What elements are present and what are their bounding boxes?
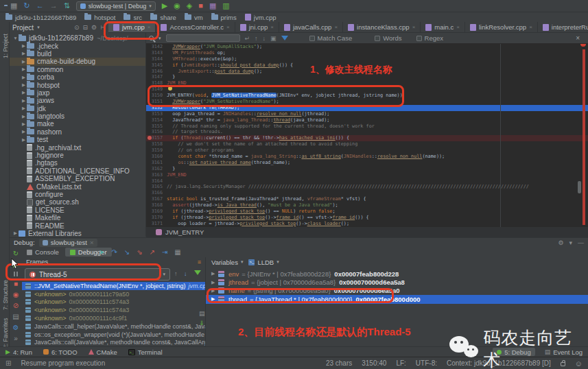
breadcrumb-item[interactable]: jvm.cpp bbox=[245, 14, 277, 21]
run-to-cursor-icon[interactable]: ⇥ bbox=[162, 248, 167, 256]
expand-arrow-icon[interactable]: ▶ bbox=[21, 98, 27, 104]
debug-session-tab[interactable]: slowbug-test × bbox=[39, 239, 97, 247]
mute-breakpoints-icon[interactable]: ⊘ bbox=[13, 302, 19, 309]
expand-arrow-icon[interactable]: ▶ bbox=[21, 90, 27, 95]
expand-arrow-icon[interactable]: ▶ bbox=[21, 67, 27, 72]
tree-item-langtools[interactable]: ▶langtools bbox=[10, 112, 145, 120]
status-position[interactable]: 3150:40 bbox=[362, 359, 386, 367]
code-line-3143[interactable]: 3143 VM_PrintThreads op; bbox=[146, 50, 588, 56]
code-line-3158[interactable]: 3158 // we don't set the name of an atta… bbox=[146, 141, 588, 147]
line-number[interactable]: 3169 bbox=[146, 209, 167, 215]
pause-icon[interactable] bbox=[14, 272, 18, 276]
tree-item-get_source.sh[interactable]: get_source.sh bbox=[10, 198, 145, 206]
code-line-3171[interactable]: 3171 oop loader = jthread->privileged_st… bbox=[146, 221, 588, 227]
close-icon[interactable]: × bbox=[90, 239, 94, 246]
select-all-matches-icon[interactable]: ▣ bbox=[270, 35, 277, 42]
tab-jvm.cpp[interactable]: jvm.cpp× bbox=[108, 22, 156, 32]
regex-checkbox[interactable]: Regex bbox=[416, 34, 443, 42]
code-line-3151[interactable]: 3151 JVMWrapper("JVM_SetNativeThreadName… bbox=[146, 99, 588, 105]
code-line-3170[interactable]: 3170 if (jthread->privileged_stack_top()… bbox=[146, 215, 588, 221]
tab-variables[interactable]: Variables ▾ bbox=[211, 259, 243, 266]
line-number[interactable]: 3151 bbox=[146, 99, 167, 105]
tree-item-corba[interactable]: ▶corba bbox=[10, 73, 145, 81]
tab-instanceKlass.cpp[interactable]: instanceKlass.cpp× bbox=[343, 22, 421, 32]
expand-arrow-icon[interactable]: ▶ bbox=[21, 51, 27, 56]
code-line-3167[interactable]: 3167static bool is_trusted_frame(JavaThr… bbox=[146, 196, 588, 202]
frame-row[interactable]: <unknown>0x0000000111c4c9f1 bbox=[22, 314, 205, 322]
locate-icon[interactable]: ⊙ bbox=[74, 24, 80, 31]
frame-row[interactable]: <unknown>0x0000000111c574a3 bbox=[22, 298, 205, 307]
stop-icon[interactable]: ■ bbox=[14, 280, 18, 287]
line-number[interactable]: 3157 bbox=[146, 135, 167, 141]
breadcrumb-item[interactable]: jdk9u-1b1226687b89 bbox=[5, 14, 76, 21]
tab-linkResolver.cpp[interactable]: linkResolver.cpp× bbox=[465, 22, 538, 32]
search-history-icon[interactable]: ▾ bbox=[158, 36, 161, 41]
rerun-icon[interactable]: ↻ bbox=[13, 250, 19, 257]
close-icon[interactable]: × bbox=[334, 24, 338, 30]
intention-bulb-icon[interactable] bbox=[168, 86, 172, 91]
view-breakpoints-icon[interactable]: ◉ bbox=[13, 291, 19, 298]
tree-item-common[interactable]: ▶common bbox=[10, 66, 145, 73]
tree-item-hotspot[interactable]: ▶hotspot bbox=[10, 81, 145, 88]
step-out-icon[interactable]: ↗ bbox=[150, 248, 155, 256]
line-number[interactable]: 3147 bbox=[146, 74, 167, 80]
line-number[interactable]: 3148 bbox=[146, 80, 167, 86]
status-line-separator[interactable]: LF: bbox=[396, 359, 405, 367]
line-number[interactable]: 3158 bbox=[146, 141, 167, 147]
tree-item-Makefile[interactable]: Makefile bbox=[10, 214, 145, 222]
close-icon[interactable]: × bbox=[270, 24, 274, 30]
hide-frames-filter-icon[interactable] bbox=[194, 270, 201, 275]
code-line-3169[interactable]: 3169 if (jthread->privileged_stack_top()… bbox=[146, 209, 588, 215]
code-line-3144[interactable]: 3144 VMThread::execute(&op); bbox=[146, 56, 588, 62]
more-icon[interactable]: » bbox=[14, 335, 18, 342]
status-encoding[interactable]: UTF-8: bbox=[416, 359, 437, 367]
sidebar-item-structure[interactable]: 7: Structure bbox=[2, 280, 9, 310]
code-line-3157[interactable]: 3157 if (Thread::current() == thr && !th… bbox=[146, 135, 588, 141]
tree-item-External Libraries[interactable]: ▶External Libraries bbox=[10, 230, 145, 237]
tree-item-.hg_archival.txt[interactable]: .hg_archival.txt bbox=[10, 143, 145, 151]
code-line-3165[interactable]: 3165// java.lang.SecurityManager ///////… bbox=[146, 184, 588, 190]
tab-jni.cpp[interactable]: jni.cpp× bbox=[235, 22, 279, 32]
prev-frame-icon[interactable]: ↑ bbox=[174, 270, 178, 277]
code-line-3160[interactable]: 3160 const char *thread_name = java_lang… bbox=[146, 154, 588, 160]
tree-item-configure[interactable]: configure bbox=[10, 191, 145, 198]
gear-icon[interactable]: ⚙ bbox=[91, 24, 97, 31]
step-into-icon[interactable]: ↘ bbox=[124, 248, 130, 256]
close-icon[interactable]: × bbox=[576, 34, 580, 42]
code-line-3150[interactable]: 3150JVM_ENTRY(void, JVM_SetNativeThreadN… bbox=[146, 93, 588, 99]
expand-arrow-icon[interactable]: ▶ bbox=[21, 75, 27, 80]
toolbar-todo[interactable]: 6: TODO bbox=[43, 348, 78, 356]
tree-item-build[interactable]: ▶build bbox=[10, 50, 145, 58]
breadcrumb-item[interactable]: hotspot bbox=[84, 14, 115, 21]
frame-row[interactable]: ::JVM_SetNativeThreadName(JNIEnv *, jobj… bbox=[22, 282, 205, 290]
expand-arrow-icon[interactable]: ▶ bbox=[12, 230, 19, 236]
code-line-3148[interactable]: 3148JVM_END bbox=[146, 80, 588, 86]
tree-item-jdk[interactable]: ▶jdk bbox=[10, 105, 145, 112]
sidebar-item-favorites[interactable]: 2: Favorites bbox=[2, 318, 9, 348]
tree-item-.hgignore[interactable]: .hgignore bbox=[10, 152, 145, 159]
expand-arrow-icon[interactable]: ▶ bbox=[211, 271, 218, 276]
tree-item-.jcheck[interactable]: ▶.jcheck bbox=[10, 42, 145, 49]
run-config-selector[interactable]: slowbug-test | Debug ▾ bbox=[76, 1, 156, 11]
line-number[interactable]: 3162 bbox=[146, 166, 167, 172]
code-line-3163[interactable]: 3163JVM_END bbox=[146, 172, 588, 178]
line-number[interactable]: 3144 bbox=[146, 56, 167, 62]
breadcrumb-item[interactable]: src bbox=[124, 14, 142, 21]
expand-arrow-icon[interactable]: ▶ bbox=[21, 129, 27, 134]
line-number[interactable]: 3152 bbox=[146, 105, 167, 111]
breadcrumb-item[interactable]: share bbox=[150, 14, 176, 21]
line-number[interactable]: 3149 bbox=[146, 86, 167, 93]
code-line-3154[interactable]: 3154 JavaThread* thr = java_lang_Thread:… bbox=[146, 117, 588, 123]
show-execution-point-icon[interactable]: ➤ bbox=[99, 248, 104, 256]
code-line-3152[interactable]: 3152 ResourceMark rm(THREAD); bbox=[146, 105, 588, 111]
editor-breadcrumb[interactable]: JVM_ENTRY bbox=[165, 228, 204, 236]
variable-row-jthread[interactable]: ▶jthread= {jobject | 0x70000d6ea5a8}0x00… bbox=[206, 278, 588, 286]
code-line-3153[interactable]: 3153 oop java_thread = JNIHandles::resol… bbox=[146, 111, 588, 117]
tab-lldb[interactable]: >_ LLDB ▾ bbox=[248, 259, 279, 266]
thread-dropdown[interactable]: Thread-5 ▾ bbox=[25, 268, 170, 281]
line-number[interactable]: 3156 bbox=[146, 129, 167, 135]
code-line-3156[interactable]: 3156 // target threads. bbox=[146, 129, 588, 135]
code-line-3159[interactable]: 3159 // on other programs bbox=[146, 147, 588, 154]
prev-match-icon[interactable]: ↑ bbox=[255, 35, 258, 42]
profile-icon[interactable]: ◈ bbox=[187, 2, 192, 10]
